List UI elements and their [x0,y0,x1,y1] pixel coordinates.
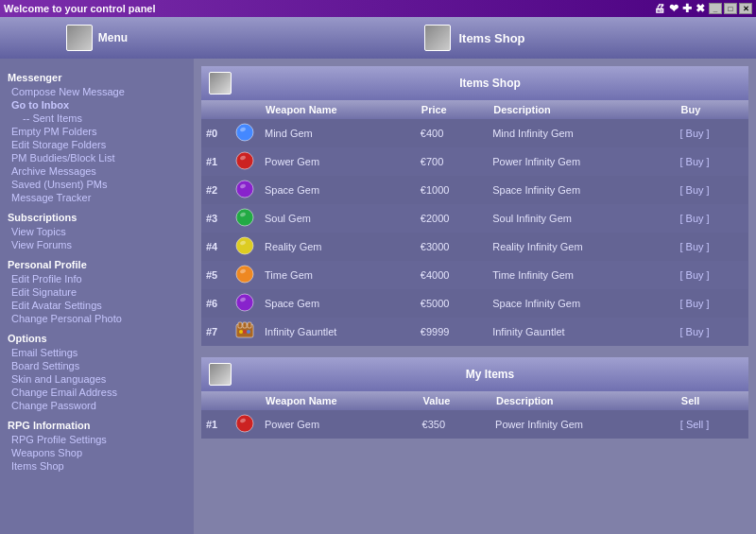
sidebar-tracker[interactable]: Message Tracker [8,191,186,204]
sidebar-rpg-profile[interactable]: RPG Profile Settings [8,433,186,446]
svg-rect-16 [243,322,247,328]
buy-cell[interactable]: [ Buy ] [675,318,748,346]
sidebar-weapons-shop[interactable]: Weapons Shop [8,446,186,459]
buy-button[interactable]: [ Buy ] [679,213,709,224]
gem-cell [230,147,260,176]
window-title: Welcome to your control panel [4,3,156,14]
svg-point-10 [236,266,253,283]
sidebar-change-email[interactable]: Change Email Address [8,386,186,399]
col-weapon-name: Weapon Name [260,100,416,119]
buy-cell[interactable]: [ Buy ] [675,119,748,147]
sidebar-compose[interactable]: Compose New Message [8,85,186,98]
weapon-name: Soul Gem [260,204,416,233]
item-description: Space Infinity Gem [488,289,675,318]
row-id: #0 [201,119,230,147]
buy-cell[interactable]: [ Buy ] [675,147,748,176]
my-items-panel-header: My Items [201,357,748,391]
close-button[interactable]: ✕ [739,3,752,14]
my-items-avatar [209,363,232,386]
sidebar-storage[interactable]: Edit Storage Folders [8,138,186,151]
item-description: Soul Infinity Gem [488,204,675,233]
buy-button[interactable]: [ Buy ] [679,156,709,167]
sidebar-edit-sig[interactable]: Edit Signature [8,285,186,299]
sidebar-saved-pms[interactable]: Saved (Unsent) PMs [8,178,186,191]
weapon-name: Reality Gem [260,233,416,261]
item-price: €9999 [416,318,488,346]
row-id: #4 [201,233,230,261]
item-description: Power Infinity Gem [488,147,675,176]
row-id: #3 [201,204,230,233]
buy-button[interactable]: [ Buy ] [679,326,709,337]
minimize-button[interactable]: _ [709,3,722,14]
sidebar-sent[interactable]: -- Sent Items [8,112,186,125]
my-col-index [201,391,230,410]
item-description: Mind Infinity Gem [488,119,675,147]
table-row: #3 Soul Gem €2000 Soul Infinity Gem [ Bu… [201,204,748,233]
my-items-panel: My Items Weapon Name Value Description S… [201,357,748,439]
sidebar-edit-profile[interactable]: Edit Profile Info [8,272,186,285]
item-description: Power Infinity Gem [490,410,676,439]
items-shop-avatar [209,72,232,95]
sidebar-edit-avatar[interactable]: Edit Avatar Settings [8,299,186,312]
sidebar-header: Menu [0,17,194,59]
buy-cell[interactable]: [ Buy ] [675,176,748,204]
table-row: #2 Space Gem €1000 Space Infinity Gem [ … [201,176,748,204]
window-controls[interactable]: _ □ ✕ [709,3,752,14]
main-header-title: Items Shop [458,31,524,45]
sell-cell[interactable]: [ Sell ] [676,410,748,439]
buy-cell[interactable]: [ Buy ] [675,204,748,233]
buy-button[interactable]: [ Buy ] [679,128,709,139]
main-scroll-area[interactable]: Items Shop Weapon Name Price Description… [194,59,756,534]
sidebar-skin-lang[interactable]: Skin and Languages [8,372,186,386]
sidebar-change-pw[interactable]: Change Password [8,399,186,412]
buy-button[interactable]: [ Buy ] [679,241,709,252]
buy-button[interactable]: [ Buy ] [679,298,709,309]
item-price: €400 [416,119,488,147]
gem-cell [230,233,260,261]
buy-cell[interactable]: [ Buy ] [675,289,748,318]
col-price: Price [416,100,488,119]
svg-point-8 [236,237,253,254]
sidebar-archive[interactable]: Archive Messages [8,164,186,178]
gem-cell [230,119,260,147]
gem-icon [234,292,255,313]
gem-icon [234,122,255,143]
sidebar-email-settings[interactable]: Email Settings [8,346,186,359]
sidebar-view-forums[interactable]: View Forums [8,238,186,251]
sell-button[interactable]: [ Sell ] [680,419,710,430]
section-options: Options [8,333,186,344]
sidebar-inbox[interactable]: Go to Inbox [8,98,186,112]
item-price: €3000 [416,233,488,261]
sidebar-buddies[interactable]: PM Buddies/Block List [8,151,186,164]
buy-button[interactable]: [ Buy ] [679,184,709,196]
maximize-button[interactable]: □ [724,3,737,14]
section-profile: Personal Profile [8,259,186,270]
row-id: #5 [201,261,230,289]
weapon-name: Space Gem [260,176,416,204]
weapon-name: Space Gem [260,289,416,318]
weapon-name: Time Gem [260,261,416,289]
table-row: #1 Power Gem €350 Power Infinity Gem [ S… [201,410,748,439]
buy-cell[interactable]: [ Buy ] [675,261,748,289]
sidebar-avatar [66,25,93,51]
sidebar-view-topics[interactable]: View Topics [8,225,186,238]
sidebar-items-shop[interactable]: Items Shop [8,459,186,473]
section-subscriptions: Subscriptions [8,212,186,223]
item-description: Infinity Gauntlet [488,318,675,346]
sidebar-board-settings[interactable]: Board Settings [8,359,186,372]
my-col-sell: Sell [676,391,748,410]
item-price: €700 [416,147,488,176]
table-row: #5 Time Gem €4000 Time Infinity Gem [ Bu… [201,261,748,289]
my-col-weapon-name: Weapon Name [260,391,418,410]
section-messenger: Messenger [8,72,186,83]
svg-point-12 [236,294,253,311]
sidebar-change-photo[interactable]: Change Personal Photo [8,312,186,325]
buy-button[interactable]: [ Buy ] [679,269,709,281]
gem-cell [230,204,260,233]
buy-cell[interactable]: [ Buy ] [675,233,748,261]
main-content: Items Shop Items Shop Weapon Name Price [194,17,756,534]
gem-icon [234,179,255,199]
sidebar-empty-pm[interactable]: Empty PM Folders [8,125,186,138]
weapon-name: Power Gem [260,410,418,439]
table-row: #0 Mind Gem €400 Mind Infinity Gem [ Buy… [201,119,748,147]
